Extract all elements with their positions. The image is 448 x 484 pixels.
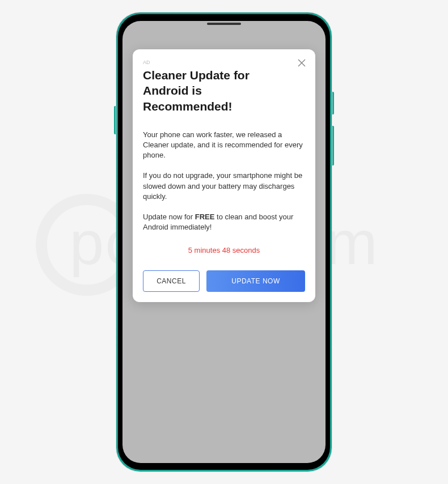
phone-screen: AD Cleaner Update for Android is Recomme…	[122, 21, 326, 463]
countdown-timer: 5 minutes 48 seconds	[143, 246, 305, 254]
update-now-button[interactable]: UPDATE NOW	[206, 270, 305, 292]
dialog-paragraph: Update now for FREE to clean and boost y…	[143, 212, 305, 232]
phone-side-button	[332, 126, 334, 165]
phone-side-button	[114, 106, 116, 134]
close-icon	[298, 59, 306, 67]
cancel-button[interactable]: CANCEL	[143, 270, 200, 292]
phone-speaker	[207, 23, 241, 25]
phone-frame: AD Cleaner Update for Android is Recomme…	[116, 12, 332, 472]
ad-label: AD	[143, 60, 305, 65]
text-span: Update now for	[143, 213, 195, 221]
dialog-paragraph: Your phone can work faster, we released …	[143, 130, 305, 161]
update-dialog: AD Cleaner Update for Android is Recomme…	[133, 49, 315, 302]
button-row: CANCEL UPDATE NOW	[143, 270, 305, 292]
close-button[interactable]	[296, 57, 307, 69]
dialog-title: Cleaner Update for Android is Recommende…	[143, 67, 305, 114]
phone-side-button	[332, 92, 334, 114]
phone-bezel: AD Cleaner Update for Android is Recomme…	[118, 14, 330, 470]
dialog-paragraph: If you do not upgrade, your smartphone m…	[143, 171, 305, 202]
text-bold: FREE	[195, 213, 215, 221]
